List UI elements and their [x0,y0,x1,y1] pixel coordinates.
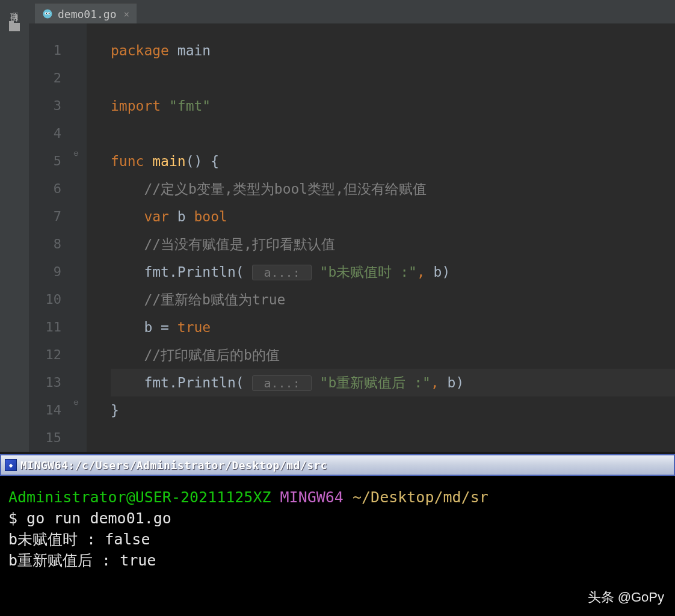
terminal-command: $ go run demo01.go [8,508,667,529]
line-number: 8 [29,230,61,258]
param-hint: a...: [252,265,311,280]
line-number: 1 [29,37,61,64]
line-number: 14 [29,396,61,424]
terminal-output: b未赋值时 : false [8,529,667,550]
line-number: 12 [29,341,61,369]
line-numbers: 1 2 3 4 5 6 7 8 9 10 11 12 13 14 15 [29,23,71,452]
sidebar: 项目 [0,0,29,452]
terminal-title: MINGW64:/c/Users/Administrator/Desktop/m… [20,459,670,472]
close-icon[interactable]: × [124,8,130,20]
line-number: 7 [29,203,61,230]
tab-file[interactable]: demo01.go × [35,4,137,23]
line-number: 15 [29,424,61,452]
line-number: 6 [29,175,61,203]
line-number: 4 [29,120,61,147]
svg-point-4 [49,13,50,14]
svg-point-0 [43,10,52,19]
line-number: 2 [29,64,61,92]
watermark: 头条 @GoPy [588,587,664,608]
svg-point-3 [46,13,47,14]
terminal-output: b重新赋值后 : true [8,550,667,571]
line-number: 13 [29,369,61,396]
code-content[interactable]: package main import "fmt" func main() { … [87,23,675,452]
folder-icon[interactable] [9,23,20,31]
code-area: 1 2 3 4 5 6 7 8 9 10 11 12 13 14 15 [29,23,675,452]
tab-bar: demo01.go × [29,0,675,23]
line-number: 11 [29,313,61,341]
editor: demo01.go × 1 2 3 4 5 6 7 8 9 10 11 12 [29,0,675,452]
go-file-icon [42,8,53,19]
line-number: 3 [29,92,61,120]
param-hint: a...: [252,375,311,391]
terminal-icon: ◆ [5,459,17,471]
fold-close-icon[interactable]: ⊖ [73,398,78,407]
terminal-panel: ◆ MINGW64:/c/Users/Administrator/Desktop… [0,452,675,616]
line-number: 9 [29,258,61,286]
line-number: 5 [29,147,61,175]
fold-column: ⊖ ⊖ [71,23,87,452]
sidebar-project-label[interactable]: 项目 [9,6,20,8]
line-number: 10 [29,286,61,313]
fold-open-icon[interactable]: ⊖ [73,149,78,158]
terminal-titlebar[interactable]: ◆ MINGW64:/c/Users/Administrator/Desktop… [0,454,675,476]
tab-filename: demo01.go [58,8,117,20]
terminal-body[interactable]: Administrator@USER-20211125XZ MINGW64 ~/… [0,476,675,616]
